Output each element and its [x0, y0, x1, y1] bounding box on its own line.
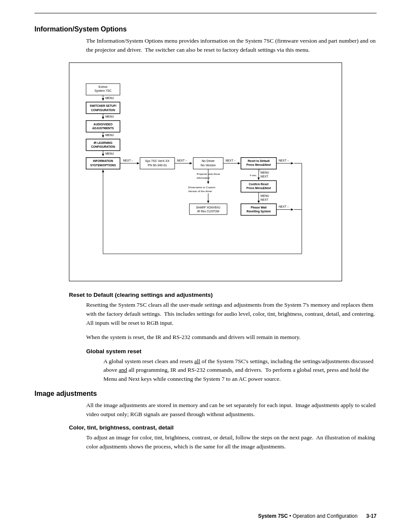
footer-text: System 7SC • Operation and Configuration…: [258, 513, 377, 519]
footer-section: Operation and Configuration: [293, 513, 358, 519]
svg-text:Press Menu&Next: Press Menu&Next: [246, 163, 271, 166]
svg-text:MENU: MENU: [106, 115, 114, 118]
svg-text:MENU: MENU: [106, 133, 114, 136]
svg-text:NEXT: NEXT: [261, 198, 268, 201]
svg-text:NEXT: NEXT: [261, 175, 268, 178]
section-title-image: Image adjustments: [34, 390, 377, 398]
svg-text:4 sec.: 4 sec.: [250, 173, 257, 176]
svg-text:MENU: MENU: [106, 152, 114, 155]
svg-text:SWITCHER SETUP/: SWITCHER SETUP/: [90, 104, 116, 107]
svg-text:Extron: Extron: [99, 85, 108, 89]
svg-text:NEXT→: NEXT→: [225, 159, 236, 162]
svg-text:SYSTEM/OPTIONS: SYSTEM/OPTIONS: [90, 164, 116, 167]
body-reset-1: Resetting the System 7SC clears all the …: [86, 301, 377, 328]
page-footer: System 7SC • Operation and Configuration…: [0, 513, 411, 519]
svg-text:INFORMATION: INFORMATION: [93, 159, 113, 162]
svg-text:CONFIGURATION: CONFIGURATION: [91, 145, 115, 148]
svg-text:NEXT→: NEXT→: [123, 159, 134, 162]
section-image-adjustments: Image adjustments All the image adjustme…: [34, 390, 377, 451]
section-information-system-options: Information/System Options The Informati…: [34, 25, 377, 281]
svg-text:⋮: ⋮: [258, 168, 262, 172]
svg-text:IR  Rev  CUSTOM: IR Rev CUSTOM: [197, 210, 220, 213]
section-reset-to-default: Reset to Default (clearing settings and …: [34, 292, 377, 342]
section-title-information: Information/System Options: [34, 25, 377, 33]
svg-text:SHARP   XGNV6XU: SHARP XGNV6XU: [196, 206, 221, 209]
svg-text:Confirm Reset: Confirm Reset: [249, 183, 269, 186]
svg-text:NEXT→: NEXT→: [177, 159, 188, 162]
subsection-title-color: Color, tint, brightness, contrast, detai…: [69, 424, 377, 431]
subsection-title-reset: Reset to Default (clearing settings and …: [69, 292, 377, 298]
svg-text:information: information: [196, 176, 210, 179]
section-body-information: The Information/System Options menu prov…: [86, 37, 377, 55]
body-reset-2: When the system is reset, the IR and RS-…: [86, 333, 377, 342]
footer-spacer: [359, 513, 364, 519]
svg-text:MENU: MENU: [106, 96, 114, 100]
section-color-tint: Color, tint, brightness, contrast, detai…: [34, 424, 377, 451]
body-color-tint: To adjust an image for color, tint, brig…: [86, 433, 377, 451]
svg-text:MENU: MENU: [261, 171, 269, 174]
svg-text:PN 60-340-01: PN 60-340-01: [148, 164, 167, 167]
svg-text:Sys 7SC  VerX.XX: Sys 7SC VerX.XX: [145, 159, 170, 163]
svg-text:Drivername or Custom: Drivername or Custom: [188, 186, 215, 189]
top-rule: [34, 13, 377, 13]
svg-rect-40: [189, 204, 227, 215]
svg-text:IR LEARNING: IR LEARNING: [93, 141, 112, 144]
svg-text:System 7SC: System 7SC: [94, 89, 112, 93]
svg-text:Please Wait: Please Wait: [251, 206, 267, 209]
footer-product: System 7SC: [258, 513, 288, 519]
svg-text:No Version: No Version: [201, 164, 216, 167]
subsection-title-global: Global system reset: [86, 348, 377, 355]
svg-text:ADJUSTMENTS: ADJUSTMENTS: [92, 127, 114, 130]
page-container: Information/System Options The Informati…: [0, 0, 411, 532]
svg-text:Press Menu&Next: Press Menu&Next: [246, 187, 271, 190]
body-image-adjustments: All the image adjustments are stored in …: [86, 401, 377, 419]
svg-text:Projector and driver: Projector and driver: [196, 172, 220, 175]
svg-text:AUDIO/VIDEO: AUDIO/VIDEO: [93, 122, 112, 125]
flow-diagram-container: Extron System 7SC MENU SWITCHER SETUP/ C…: [69, 62, 342, 281]
flow-diagram-svg: Extron System 7SC MENU SWITCHER SETUP/ C…: [75, 70, 336, 272]
svg-text:CONFIGURATION: CONFIGURATION: [91, 108, 115, 111]
svg-text:No Driver: No Driver: [202, 159, 215, 163]
svg-text:Resetting System: Resetting System: [246, 210, 271, 213]
svg-text:Reset to Default: Reset to Default: [248, 159, 270, 162]
svg-text:Version of the driver: Version of the driver: [188, 190, 212, 193]
svg-text:NEXT→: NEXT→: [279, 205, 290, 208]
section-global-reset: Global system reset A global system rese…: [34, 348, 377, 384]
svg-text:NEXT→: NEXT→: [279, 159, 290, 162]
svg-text:MENU: MENU: [261, 194, 269, 197]
body-global-reset: A global system reset clears and resets …: [103, 357, 377, 384]
footer-page-num: 3-17: [366, 513, 377, 519]
